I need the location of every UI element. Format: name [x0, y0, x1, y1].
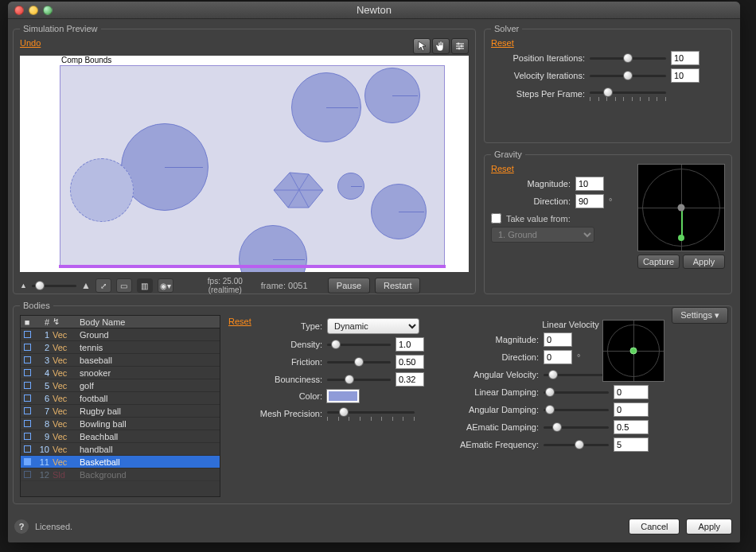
undo-button[interactable]: Undo	[20, 38, 41, 48]
friction-value[interactable]	[396, 355, 424, 369]
newton-window: Newton Simulation Preview Undo	[8, 2, 740, 542]
cancel-button[interactable]: Cancel	[629, 519, 680, 535]
gravity-magnitude-value[interactable]	[575, 177, 604, 191]
fit-icon[interactable]: ⤢	[95, 278, 111, 293]
table-row[interactable]: 5Vecgolf	[21, 379, 220, 392]
table-row[interactable]: 4Vecsnooker	[21, 367, 220, 379]
bounciness-slider[interactable]	[327, 373, 391, 386]
comp-stage	[60, 65, 445, 267]
license-label: Licensed.	[35, 522, 72, 531]
solver-legend: Solver	[491, 24, 522, 33]
gravity-apply-button[interactable]: Apply	[683, 255, 725, 269]
settings-tool-icon[interactable]	[451, 38, 469, 54]
arrow-tool-icon[interactable]	[413, 38, 431, 54]
simulation-preview-legend: Simulation Preview	[20, 24, 101, 33]
preview-canvas[interactable]: Comp Bounds	[20, 56, 469, 272]
table-row[interactable]: 11VecBasketball	[21, 456, 220, 468]
bodies-table[interactable]: ■ # ↯ Body Name 1VecGround2Vectennis3Vec…	[20, 315, 220, 497]
gravity-capture-button[interactable]: Capture	[637, 255, 680, 269]
vel-iter-slider[interactable]	[590, 69, 666, 82]
titlebar: Newton	[8, 2, 740, 19]
table-row[interactable]: 9VecBeachball	[21, 430, 220, 443]
type-select[interactable]: Dynamic	[327, 318, 419, 334]
angvel-label: Angular Velocity:	[459, 370, 539, 379]
bounciness-value[interactable]	[396, 372, 424, 387]
mesh-label: Mesh Precision:	[228, 409, 322, 418]
solver-panel: Solver Reset Position Iterations: Veloci…	[484, 24, 732, 143]
linvel-dir-value[interactable]	[544, 350, 572, 364]
density-value[interactable]	[396, 337, 424, 352]
solver-reset-button[interactable]: Reset	[491, 38, 514, 48]
svg-point-5	[458, 48, 461, 50]
gravity-direction-label: Direction:	[491, 196, 571, 206]
zoom-out-icon[interactable]: ▲	[20, 282, 27, 290]
lindamp-slider[interactable]	[544, 386, 609, 398]
gravity-source-select[interactable]: 1. Ground	[491, 227, 594, 243]
svg-point-4	[461, 45, 463, 48]
table-row[interactable]: 6Vecfootball	[21, 392, 220, 405]
pos-iter-label: Position Iterations:	[491, 53, 585, 63]
frame-readout: frame: 0051	[261, 281, 323, 290]
table-row[interactable]: 10Vechandball	[21, 443, 220, 456]
gravity-legend: Gravity	[491, 150, 525, 159]
view-mode-icon[interactable]: ▭	[116, 278, 132, 293]
density-slider[interactable]	[327, 338, 391, 351]
gravity-direction-value[interactable]	[575, 194, 604, 208]
vel-iter-value[interactable]	[671, 68, 699, 83]
help-icon[interactable]: ?	[14, 519, 29, 534]
apply-button[interactable]: Apply	[686, 519, 732, 535]
pos-iter-value[interactable]	[671, 51, 699, 65]
aedamp-value[interactable]	[614, 420, 649, 434]
angvel-slider[interactable]	[544, 368, 609, 381]
aefreq-slider[interactable]	[544, 438, 609, 451]
comp-bounds-label: Comp Bounds	[61, 56, 111, 64]
linvel-mag-label: Magnitude:	[459, 335, 539, 344]
table-row[interactable]: 1VecGround	[21, 328, 220, 341]
gravity-reset-button[interactable]: Reset	[491, 164, 514, 173]
aefreq-value[interactable]	[614, 437, 649, 452]
table-header: ■ # ↯ Body Name	[21, 316, 220, 328]
aedamp-label: AEmatic Damping:	[459, 422, 539, 432]
pos-iter-slider[interactable]	[590, 52, 666, 64]
take-value-checkbox[interactable]	[491, 213, 501, 224]
restart-button[interactable]: Restart	[375, 278, 420, 293]
zoom-slider[interactable]	[32, 279, 76, 292]
lindamp-value[interactable]	[614, 385, 649, 399]
steps-label: Steps Per Frame:	[491, 89, 585, 99]
gravity-magnitude-label: Magnitude:	[491, 179, 571, 189]
table-row[interactable]: 2Vectennis	[21, 341, 220, 354]
zoom-in-icon[interactable]: ▲	[81, 280, 91, 291]
mesh-slider[interactable]	[327, 406, 415, 422]
svg-point-3	[458, 43, 460, 45]
linvel-direction-widget[interactable]	[602, 320, 664, 382]
fps-readout: fps: 25.00 (realtime)	[194, 277, 256, 294]
simulation-preview-panel: Simulation Preview Undo Comp Bounds	[13, 24, 476, 294]
table-row[interactable]: 12SldBackground	[21, 468, 220, 481]
hand-tool-icon[interactable]	[432, 38, 450, 54]
pause-button[interactable]: Pause	[328, 278, 370, 293]
footer: ? Licensed. Cancel Apply	[14, 517, 732, 536]
table-row[interactable]: 7VecRugby ball	[21, 405, 220, 418]
table-row[interactable]: 8VecBowling ball	[21, 418, 220, 430]
angdamp-value[interactable]	[614, 402, 649, 417]
window-title: Newton	[8, 4, 740, 16]
bodies-panel: Bodies Settings ▾ ■ # ↯ Body Name 1VecGr…	[13, 301, 732, 504]
friction-label: Friction:	[228, 357, 322, 367]
bounciness-label: Bounciness:	[228, 375, 322, 384]
lindamp-label: Linear Damping:	[459, 387, 539, 397]
color-swatch[interactable]	[327, 390, 359, 402]
view-mode-b-icon[interactable]: ▥	[137, 278, 153, 293]
gravity-direction-widget[interactable]	[637, 164, 725, 251]
linvel-mag-value[interactable]	[544, 332, 572, 347]
angdamp-slider[interactable]	[544, 403, 609, 416]
view-options-icon[interactable]: ◉▾	[158, 278, 173, 293]
aefreq-label: AEmatic Frequency:	[459, 440, 539, 449]
color-label: Color:	[228, 391, 322, 401]
density-label: Density:	[228, 340, 322, 349]
steps-slider[interactable]	[590, 86, 666, 102]
aedamp-slider[interactable]	[544, 421, 609, 433]
type-label: Type:	[228, 321, 322, 331]
angdamp-label: Angular Damping:	[459, 405, 539, 414]
friction-slider[interactable]	[327, 356, 391, 368]
table-row[interactable]: 3Vecbaseball	[21, 354, 220, 367]
